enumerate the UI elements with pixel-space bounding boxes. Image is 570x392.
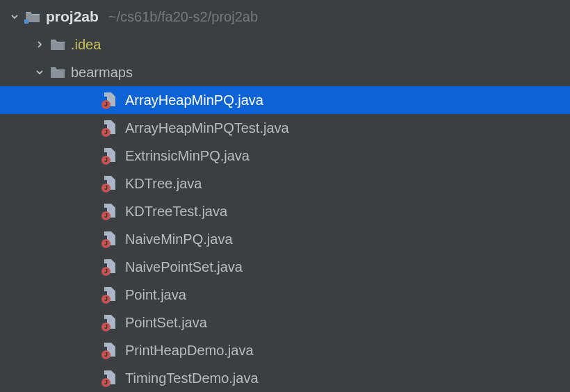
chevron-right-icon[interactable] xyxy=(33,40,46,49)
root-path: ~/cs61b/fa20-s2/proj2ab xyxy=(108,9,258,25)
chevron-down-icon[interactable] xyxy=(8,13,21,21)
java-file-icon xyxy=(103,343,117,358)
folder-icon xyxy=(50,66,65,79)
java-file-icon xyxy=(103,148,117,163)
tree-folder-bearmaps[interactable]: bearmaps xyxy=(0,58,570,86)
chevron-down-icon[interactable] xyxy=(33,68,46,76)
java-file-icon xyxy=(103,315,117,330)
root-name: proj2ab xyxy=(46,8,99,25)
java-file-icon xyxy=(103,120,117,136)
file-label: ExtrinsicMinPQ.java xyxy=(125,148,250,164)
tree-file-row[interactable]: PrintHeapDemo.java xyxy=(0,336,570,364)
java-file-icon xyxy=(103,176,117,191)
folder-icon xyxy=(50,38,65,51)
tree-file-row[interactable]: ExtrinsicMinPQ.java xyxy=(0,142,570,170)
java-file-icon xyxy=(103,370,117,386)
folder-label: .idea xyxy=(71,37,101,53)
tree-file-row[interactable]: TimingTestDemo.java xyxy=(0,364,570,392)
file-label: PrintHeapDemo.java xyxy=(125,343,254,359)
tree-file-row[interactable]: NaiveMinPQ.java xyxy=(0,225,570,253)
folder-label: bearmaps xyxy=(71,65,133,81)
file-label: KDTreeTest.java xyxy=(125,204,227,220)
file-label: NaivePointSet.java xyxy=(125,259,243,275)
java-file-icon xyxy=(103,92,117,108)
tree-folder-idea[interactable]: .idea xyxy=(0,31,570,58)
java-file-icon xyxy=(103,204,117,219)
project-tree: proj2ab ~/cs61b/fa20-s2/proj2ab .idea be… xyxy=(0,0,570,392)
module-folder-icon xyxy=(25,10,40,23)
file-label: NaiveMinPQ.java xyxy=(125,231,233,247)
file-label: TimingTestDemo.java xyxy=(125,370,259,386)
tree-root-row[interactable]: proj2ab ~/cs61b/fa20-s2/proj2ab xyxy=(0,3,570,31)
file-label: ArrayHeapMinPQ.java xyxy=(125,92,263,108)
tree-file-row[interactable]: PointSet.java xyxy=(0,309,570,336)
tree-file-row[interactable]: KDTree.java xyxy=(0,170,570,197)
file-label: ArrayHeapMinPQTest.java xyxy=(125,120,289,136)
tree-file-row[interactable]: NaivePointSet.java xyxy=(0,253,570,281)
tree-file-row[interactable]: KDTreeTest.java xyxy=(0,197,570,225)
tree-file-row[interactable]: ArrayHeapMinPQ.java xyxy=(0,86,570,114)
tree-file-row[interactable]: Point.java xyxy=(0,281,570,309)
file-label: KDTree.java xyxy=(125,176,202,192)
java-file-icon xyxy=(103,259,117,275)
file-label: PointSet.java xyxy=(125,315,207,331)
java-file-icon xyxy=(103,231,117,247)
file-label: Point.java xyxy=(125,287,186,303)
tree-file-row[interactable]: ArrayHeapMinPQTest.java xyxy=(0,114,570,142)
java-file-icon xyxy=(103,287,117,302)
